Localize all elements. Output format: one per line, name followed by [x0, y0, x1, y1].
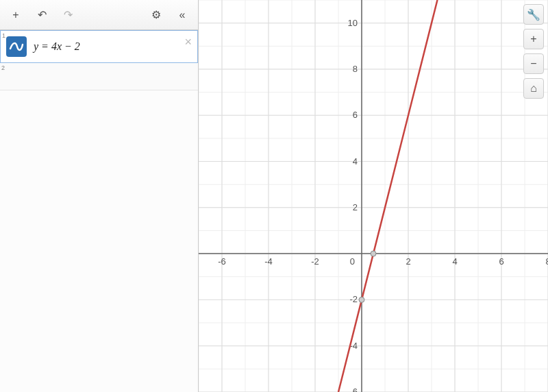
expression-index: 1 [2, 32, 5, 39]
svg-text:2: 2 [353, 202, 358, 212]
svg-text:2: 2 [406, 256, 410, 267]
graph-canvas[interactable]: -6-4-202468-6-4-2246810 [199, 0, 548, 392]
svg-point-69 [359, 297, 364, 302]
svg-text:-6: -6 [349, 387, 358, 392]
svg-text:-2: -2 [349, 294, 358, 304]
expression-row[interactable]: 1 y = 4x − 2 × [0, 30, 198, 63]
settings-button[interactable]: ⚙ [145, 5, 168, 25]
svg-text:8: 8 [545, 256, 548, 267]
svg-text:8: 8 [353, 64, 358, 74]
wave-icon [9, 39, 24, 54]
close-icon: × [184, 35, 192, 49]
svg-point-70 [371, 251, 376, 256]
expression-input[interactable]: y = 4x − 2 [27, 40, 197, 53]
svg-text:10: 10 [348, 18, 358, 28]
graph-area[interactable]: -6-4-202468-6-4-2246810 🔧 + − ⌂ [199, 0, 548, 392]
app-root: + ↶ ↷ ⚙ « 1 [0, 0, 548, 392]
delete-expression-button[interactable]: × [184, 35, 192, 49]
expression-index: 2 [1, 64, 5, 71]
home-icon: ⌂ [530, 82, 537, 95]
add-expression-button[interactable]: + [4, 5, 27, 25]
undo-icon: ↶ [38, 8, 47, 21]
expression-panel: + ↶ ↷ ⚙ « 1 [0, 0, 199, 392]
svg-text:-2: -2 [311, 256, 319, 267]
svg-text:6: 6 [353, 110, 358, 120]
svg-text:4: 4 [353, 156, 358, 167]
redo-icon: ↷ [64, 8, 73, 21]
expression-row[interactable]: 2 [0, 63, 198, 90]
wrench-icon: 🔧 [527, 8, 540, 21]
svg-text:0: 0 [350, 256, 355, 267]
plus-icon: + [530, 33, 536, 45]
redo-button[interactable]: ↷ [56, 5, 79, 25]
svg-text:-4: -4 [264, 256, 273, 267]
undo-button[interactable]: ↶ [30, 5, 53, 25]
toolbar: + ↶ ↷ ⚙ « [0, 0, 198, 30]
svg-text:4: 4 [452, 256, 457, 267]
expression-color-icon[interactable] [6, 36, 27, 57]
graph-tools: 🔧 + − ⌂ [523, 4, 544, 99]
zoom-out-button[interactable]: − [523, 53, 544, 74]
home-button[interactable]: ⌂ [523, 78, 544, 99]
plus-icon: + [12, 9, 18, 21]
minus-icon: − [530, 58, 536, 70]
zoom-in-button[interactable]: + [523, 29, 544, 49]
graph-settings-button[interactable]: 🔧 [523, 4, 544, 25]
expression-list: 1 y = 4x − 2 × 2 [0, 30, 198, 392]
chevron-left-icon: « [179, 9, 186, 21]
gear-icon: ⚙ [151, 8, 161, 21]
svg-text:-6: -6 [218, 256, 226, 267]
collapse-panel-button[interactable]: « [171, 5, 194, 25]
svg-text:6: 6 [499, 256, 503, 267]
